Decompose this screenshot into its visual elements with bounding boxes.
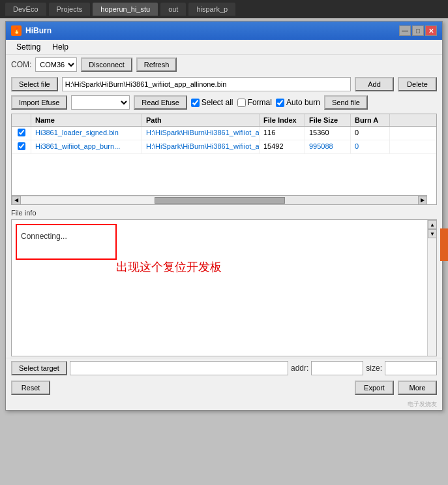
log-inner: Connecting... 出现这个复位开发板 (12, 220, 436, 228)
formal-label[interactable]: Formal (237, 98, 272, 107)
row1-path: H:\HiSpark\HiBurn\Hi3861_wifiiot_app... (142, 127, 260, 140)
row2-path: H:\HiSpark\HiBurn\Hi3861_wifiiot_app... (142, 140, 260, 153)
row1-size: 15360 (305, 127, 351, 140)
refresh-button[interactable]: Refresh (136, 57, 177, 72)
target-input[interactable] (70, 361, 288, 375)
com-label: COM: (11, 60, 31, 69)
connecting-text: Connecting... (21, 232, 67, 241)
menu-setting[interactable]: Setting (11, 41, 46, 53)
log-scroll-down[interactable]: ▼ (428, 229, 437, 238)
more-button[interactable]: More (398, 381, 437, 395)
close-button[interactable]: ✕ (425, 25, 437, 36)
tab-deveco[interactable]: DevEco (5, 3, 46, 16)
th-burn: Burn A (351, 114, 390, 126)
table-row[interactable]: Hi3861_wifiiot_app_burn... H:\HiSpark\Hi… (12, 140, 436, 154)
size-label: size: (366, 364, 382, 373)
window-controls: — □ ✕ (399, 25, 437, 36)
row1-name: Hi3861_loader_signed.bin (31, 127, 142, 140)
tab-hoperun[interactable]: hoperun_hi_stu (93, 3, 158, 16)
select-file-button[interactable]: Select file (11, 77, 58, 91)
row1-check[interactable] (12, 127, 31, 140)
row2-burn: 0 (351, 140, 390, 153)
select-target-button[interactable]: Select target (11, 361, 67, 375)
th-path: Path (142, 114, 260, 126)
size-input[interactable] (385, 361, 437, 375)
addr-input[interactable] (311, 361, 363, 375)
auto-burn-label[interactable]: Auto burn (276, 98, 320, 107)
app-icon: 🔥 (11, 25, 22, 36)
scrollbar-right[interactable]: ▶ (418, 196, 427, 205)
addr-label: addr: (291, 364, 308, 373)
log-scroll-up[interactable]: ▲ (428, 220, 437, 229)
window-titlebar: 🔥 HiBurn — □ ✕ (6, 22, 442, 40)
com-select[interactable]: COM36 (35, 57, 77, 72)
auto-burn-text: Auto burn (286, 98, 320, 107)
row2-check[interactable] (12, 140, 31, 153)
tab-out[interactable]: out (160, 3, 186, 16)
th-index: File Index (260, 114, 305, 126)
add-button[interactable]: Add (355, 77, 394, 91)
th-name: Name (31, 114, 142, 126)
auto-burn-checkbox[interactable] (276, 99, 284, 107)
efuse-combo[interactable] (71, 95, 130, 110)
tab-hispark[interactable]: hispark_p (188, 3, 235, 16)
tab-projects[interactable]: Projects (49, 3, 91, 16)
bottom-actions-row: Reset Export More (6, 378, 442, 399)
select-all-text: Select all (202, 98, 233, 107)
file-table: Name Path File Index File Size Burn A Hi… (11, 114, 437, 205)
row2-size: 995088 (305, 140, 351, 153)
scrollbar-left[interactable]: ◀ (12, 196, 21, 205)
th-check (12, 114, 31, 126)
file-path-input[interactable] (62, 77, 351, 91)
orange-sidebar (440, 228, 448, 261)
th-size: File Size (305, 114, 351, 126)
log-container: Connecting... 出现这个复位开发板 ▲ ▼ (11, 219, 437, 356)
delete-button[interactable]: Delete (398, 77, 437, 91)
minimize-button[interactable]: — (399, 25, 411, 36)
row1-index: 116 (260, 127, 305, 140)
export-button[interactable]: Export (355, 381, 394, 395)
row1-burn: 0 (351, 127, 390, 140)
hiburn-window: 🔥 HiBurn — □ ✕ Setting Help COM: COM36 D… (5, 21, 443, 411)
com-row: COM: COM36 Disconnect Refresh (6, 55, 442, 74)
row2-name: Hi3861_wifiiot_app_burn... (31, 140, 142, 153)
select-target-row: Select target addr: size: (6, 358, 442, 378)
red-highlight-box (16, 224, 117, 260)
menu-bar: Setting Help (6, 40, 442, 55)
import-efuse-button[interactable]: Import Efuse (11, 95, 67, 110)
menu-help[interactable]: Help (47, 41, 74, 53)
window-title: HiBurn (25, 26, 399, 35)
formal-text: Formal (248, 98, 272, 107)
reset-button[interactable]: Reset (11, 381, 50, 395)
row2-index: 15492 (260, 140, 305, 153)
read-efuse-button[interactable]: Read Efuse (134, 95, 187, 110)
watermark: 电子发烧友 (6, 399, 442, 410)
table-header: Name Path File Index File Size Burn A (12, 114, 436, 127)
formal-checkbox[interactable] (237, 99, 246, 107)
log-scrollbar[interactable]: ▲ ▼ (427, 220, 436, 356)
select-file-row: Select file Add Delete (6, 74, 442, 94)
maximize-button[interactable]: □ (412, 25, 424, 36)
file-info-label: File info (6, 208, 442, 218)
table-body: Hi3861_loader_signed.bin H:\HiSpark\HiBu… (12, 127, 436, 154)
select-all-checkbox[interactable] (191, 99, 200, 107)
send-file-button[interactable]: Send file (324, 95, 368, 110)
scrollbar-thumb[interactable] (155, 197, 285, 204)
disconnect-button[interactable]: Disconnect (81, 57, 132, 72)
select-all-label[interactable]: Select all (191, 98, 233, 107)
table-row[interactable]: Hi3861_loader_signed.bin H:\HiSpark\HiBu… (12, 127, 436, 140)
chinese-annotation: 出现这个复位开发板 (116, 259, 222, 275)
efuse-row: Import Efuse Read Efuse Select all Forma… (6, 94, 442, 111)
